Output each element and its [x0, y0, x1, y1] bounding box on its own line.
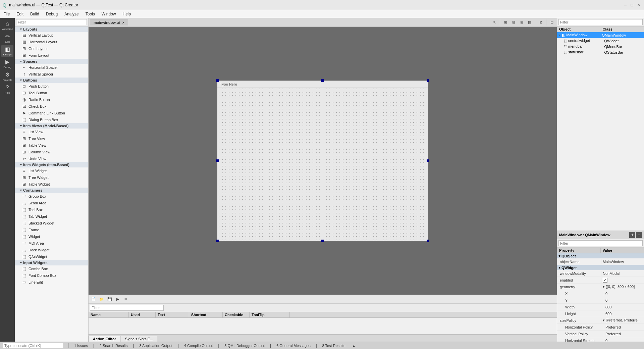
pp-row-height[interactable]: Height 600 — [557, 310, 644, 317]
status-qml[interactable]: 5 QML Debugger Output — [224, 344, 265, 348]
status-expand-icon[interactable]: ▲ — [352, 344, 356, 348]
pp-prop-value[interactable]: MainWindow — [601, 259, 644, 264]
menu-item-help[interactable]: Help — [119, 11, 135, 17]
oi-filter-input[interactable] — [558, 19, 643, 25]
oi-row-menubar[interactable]: ⬚ menubar QMenuBar — [557, 44, 644, 49]
ae-save-btn[interactable]: 💾 — [106, 296, 113, 303]
pp-row-vertical-policy[interactable]: Vertical Policy Preferred — [557, 331, 644, 337]
status-search[interactable]: 2 Search Results — [100, 344, 128, 348]
pp-row-width[interactable]: Width 800 — [557, 304, 644, 310]
pp-row-enabled[interactable]: enabled ✓ — [557, 277, 644, 284]
pp-add-property-btn[interactable]: + — [629, 232, 635, 238]
pp-prop-value[interactable]: 0 — [604, 298, 644, 303]
ae-new-btn[interactable]: 📄 — [90, 296, 97, 303]
widget-item-table-view[interactable]: ⊞Table View — [15, 142, 88, 149]
pp-prop-value[interactable]: 0 — [604, 291, 644, 296]
pp-prop-value[interactable]: 0 — [604, 338, 644, 342]
status-app-output[interactable]: 3 Application Output — [139, 344, 172, 348]
layout-h-btn[interactable]: ⊞ — [502, 19, 509, 26]
menu-item-debug[interactable]: Debug — [43, 11, 61, 17]
widget-item-tree-widget[interactable]: ⊞Tree Widget — [15, 174, 88, 181]
pp-prop-value[interactable]: Preferred — [604, 325, 644, 330]
pp-row-x[interactable]: X 0 — [557, 290, 644, 297]
pointer-tool[interactable]: ↖ — [491, 19, 498, 26]
oi-row-centralwidget[interactable]: ⬚ centralwidget QWidget — [557, 38, 644, 44]
widget-item-dialog-button-box[interactable]: ⬚Dialog Button Box — [15, 116, 88, 123]
pp-prop-value[interactable]: ▾ [(0, 0), 800 x 600] — [601, 284, 644, 289]
mode-btn-help[interactable]: ?Help — [1, 83, 13, 95]
mode-btn-edit[interactable]: ✏Edit — [1, 32, 13, 44]
layout-grid-btn[interactable]: ⊞ — [518, 19, 525, 26]
pp-row-horizontal-policy[interactable]: Horizontal Policy Preferred — [557, 324, 644, 331]
widget-item-push-button[interactable]: □Push Button — [15, 83, 88, 90]
pp-row-windowmodality[interactable]: windowModality NonModal — [557, 270, 644, 277]
widget-item-dock-widget[interactable]: ⬚Dock Widget — [15, 247, 88, 253]
adjust-size-btn[interactable]: ⊡ — [548, 19, 555, 26]
menu-item-build[interactable]: Build — [27, 11, 43, 17]
mode-btn-welcome[interactable]: ⌂Welcome — [1, 19, 13, 32]
menu-item-window[interactable]: Window — [98, 11, 119, 17]
widget-category-input-widgets[interactable]: ▾Input Widgets — [15, 260, 88, 265]
pp-prop-value[interactable]: ✓ — [601, 278, 644, 283]
maximize-button[interactable]: □ — [629, 2, 635, 8]
status-compile[interactable]: 4 Compile Output — [184, 344, 213, 348]
ae-filter-input[interactable] — [90, 305, 164, 311]
widget-item-line-edit[interactable]: ▭Line Edit — [15, 279, 88, 286]
menu-item-file[interactable]: File — [0, 11, 13, 17]
pp-prop-value[interactable]: 800 — [604, 305, 644, 309]
widget-item-combo-box[interactable]: ⬚Combo Box — [15, 265, 88, 272]
status-test[interactable]: 8 Test Results — [322, 344, 345, 348]
break-layout-btn[interactable]: ⊠ — [537, 19, 544, 26]
widget-item-vertical-spacer[interactable]: ↕Vertical Spacer — [15, 71, 88, 78]
oi-row-statusbar[interactable]: ⬚ statusbar QStatusBar — [557, 49, 644, 55]
widget-item-list-view[interactable]: ≡List View — [15, 129, 88, 135]
widget-item-stacked-widget[interactable]: ⬚Stacked Widget — [15, 220, 88, 227]
widget-item-tool-button[interactable]: ⊡Tool Button — [15, 90, 88, 96]
pp-prop-value[interactable]: NonModal — [601, 271, 644, 276]
pp-prop-value[interactable]: 600 — [604, 311, 644, 316]
ae-edit-btn[interactable]: ✏ — [122, 296, 129, 303]
widget-item-form-layout[interactable]: ⊟Form Layout — [15, 52, 88, 59]
pp-row-horizontal-stretch[interactable]: Horizontal Stretch 0 — [557, 337, 644, 342]
widget-category-item-views-(model-based)[interactable]: ▾Item Views (Model-Based) — [15, 123, 88, 129]
bottom-tab-0[interactable]: Action Editor — [89, 336, 120, 342]
widget-category-spacers[interactable]: ▾Spacers — [15, 59, 88, 64]
pp-prop-value[interactable]: ▾ [Preferred, Preferre... — [601, 318, 644, 323]
widget-item-tab-widget[interactable]: ⬚Tab Widget — [15, 213, 88, 220]
minimize-button[interactable]: ─ — [623, 2, 628, 8]
canvas-tab[interactable]: mainwindow.ui × — [90, 19, 128, 26]
pp-row-geometry[interactable]: geometry ▾ [(0, 0), 800 x 600] — [557, 284, 644, 290]
form-canvas[interactable]: Type Here — [217, 80, 428, 241]
status-general[interactable]: 6 General Messages — [276, 344, 311, 348]
widget-item-horizontal-layout[interactable]: ▥Horizontal Layout — [15, 39, 88, 45]
widget-item-undo-view[interactable]: ↩Undo View — [15, 155, 88, 162]
widget-item-widget[interactable]: ⬚Widget — [15, 233, 88, 240]
widget-item-grid-layout[interactable]: ⊞Grid Layout — [15, 45, 88, 52]
widget-category-containers[interactable]: ▾Containers — [15, 188, 88, 193]
widget-item-qaxwidget[interactable]: ⬚QAxWidget — [15, 253, 88, 260]
canvas-viewport[interactable]: Type Here — [89, 27, 557, 295]
widget-item-mdi-area[interactable]: ⬚MDI Area — [15, 240, 88, 247]
bottom-tab-1[interactable]: Signals Slots E... — [121, 336, 157, 342]
close-button[interactable]: ✕ — [636, 2, 641, 8]
widget-item-table-widget[interactable]: ⊞Table Widget — [15, 181, 88, 188]
pp-prop-value[interactable]: Preferred — [604, 332, 644, 336]
menu-item-tools[interactable]: Tools — [82, 11, 98, 17]
pp-remove-property-btn[interactable]: − — [636, 232, 642, 238]
mode-btn-debug[interactable]: ▶Debug — [1, 58, 13, 70]
widget-category-layouts[interactable]: ▾Layouts — [15, 27, 88, 32]
pp-row-y[interactable]: Y 0 — [557, 297, 644, 304]
widget-item-command-link-button[interactable]: ➤Command Link Button — [15, 110, 88, 116]
oi-row-mainwindow[interactable]: ▾ ◧ MainWindow QMainWindow — [557, 32, 644, 38]
widget-item-check-box[interactable]: ☑Check Box — [15, 103, 88, 110]
widget-item-frame[interactable]: ⬚Frame — [15, 227, 88, 233]
widget-item-horizontal-spacer[interactable]: ↔Horizontal Spacer — [15, 64, 88, 71]
widget-item-column-view[interactable]: ⊞Column View — [15, 149, 88, 155]
pp-group-qwidget[interactable]: ▾QWidget — [557, 265, 644, 270]
mode-btn-projects[interactable]: ⚙Projects — [1, 70, 13, 83]
pp-row-objectname[interactable]: objectName MainWindow — [557, 258, 644, 265]
widget-item-scroll-area[interactable]: ⬚Scroll Area — [15, 200, 88, 206]
widget-category-buttons[interactable]: ▾Buttons — [15, 78, 88, 83]
widget-category-item-widgets-(item-based)[interactable]: ▾Item Widgets (Item-Based) — [15, 162, 88, 167]
widget-filter-input[interactable] — [16, 19, 87, 25]
